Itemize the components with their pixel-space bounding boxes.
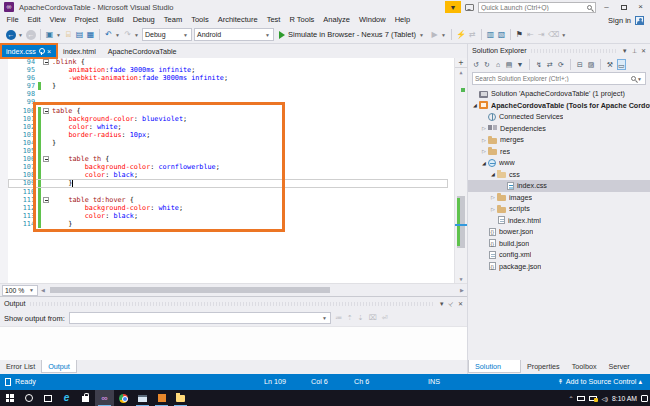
fold-margin[interactable] (41, 196, 52, 204)
code-line-105[interactable]: 105 (8, 147, 453, 155)
code-line-94[interactable]: 94.blink { (8, 58, 453, 66)
solution-platform-combo[interactable]: Android▼ (194, 28, 274, 41)
taskbar-photos-app-button[interactable] (152, 390, 171, 406)
chevron-down-icon[interactable]: ▼ (134, 32, 140, 38)
properties-icon[interactable]: ▨ (587, 59, 595, 70)
zoom-level-combo[interactable]: 100 %▼ (2, 285, 38, 296)
tree-item-scripts[interactable]: ▷scripts (468, 203, 650, 215)
menu-test[interactable]: Test (262, 14, 285, 26)
code-line-113[interactable]: 113 color: black; (8, 212, 453, 220)
tab-index.css[interactable]: index.css× (0, 44, 57, 58)
save-all-icon[interactable]: ▦ (86, 29, 95, 40)
tree-item-images[interactable]: ▷images (468, 192, 650, 204)
clear-bookmarks-icon[interactable]: ⌫ (548, 29, 559, 40)
add-to-source-control-button[interactable]: ↟Add to Source Control ▴ (558, 374, 642, 390)
collapse-region-icon[interactable] (43, 197, 49, 203)
scroll-up-arrow-icon[interactable]: ▲ (455, 69, 467, 75)
build-solution-icon[interactable]: ▧ (497, 29, 506, 40)
tray-expand-icon[interactable]: ⌃ (568, 395, 573, 402)
build-project-icon[interactable]: ▥ (486, 29, 495, 40)
code-line-111[interactable]: 111 table td:hover { (8, 196, 453, 204)
code-line-106[interactable]: 106 table th { (8, 155, 453, 163)
sync-active-document-icon[interactable]: ⇄ (468, 29, 477, 40)
fold-margin[interactable] (41, 58, 52, 66)
code-line-107[interactable]: 107 background-color: cornflowerblue; (8, 163, 453, 171)
menu-debug[interactable]: Debug (128, 14, 159, 26)
find-message-icon[interactable]: ≔ (335, 314, 342, 322)
expander-closed-icon[interactable]: ▷ (489, 194, 497, 200)
fold-margin[interactable] (41, 123, 52, 131)
prev-message-icon[interactable]: ⇡ (347, 314, 353, 322)
feedback-filter-icon[interactable]: ▼ (445, 1, 461, 13)
tree-item-dependencies[interactable]: ▷Dependencies (468, 123, 650, 135)
close-button[interactable]: × (634, 2, 647, 13)
new-project-icon[interactable]: ▣ (45, 29, 54, 40)
fold-margin[interactable] (41, 179, 52, 187)
restore-button[interactable] (617, 2, 630, 13)
expander-closed-icon[interactable]: ▷ (489, 206, 497, 212)
output-content[interactable] (0, 326, 467, 360)
menu-r-tools[interactable]: R Tools (285, 14, 319, 26)
chevron-down-icon[interactable]: ▼ (18, 32, 24, 38)
code-line-100[interactable]: 100table { (8, 107, 453, 115)
menu-project[interactable]: Project (70, 14, 102, 26)
save-icon[interactable]: ▤ (75, 29, 84, 40)
start-debugging-button[interactable]: Simulate in Browser - Nexus 7 (Tablet) ▼ (276, 28, 428, 42)
pin-icon[interactable]: ⊥ (632, 47, 637, 54)
collapse-region-icon[interactable] (43, 156, 49, 162)
expander-closed-icon[interactable]: ▷ (480, 125, 488, 131)
chevron-down-icon[interactable]: ▼ (56, 32, 62, 38)
caret-icon[interactable]: ▼ (516, 59, 524, 70)
code-line-99[interactable]: 99 (8, 98, 453, 106)
fold-margin[interactable] (41, 107, 52, 115)
tab-solution-explorer[interactable]: Solution Explorer (468, 360, 521, 373)
quick-launch-input[interactable] (481, 4, 587, 11)
code-line-114[interactable]: 114 } (8, 220, 453, 228)
open-file-icon[interactable]: ⌸ (64, 29, 73, 40)
forward-icon[interactable]: ↻ (483, 59, 491, 70)
tree-item-apachecordovatable-tools-for-apache-cordova-[interactable]: ◢ApacheCordovaTable (Tools for Apache Co… (468, 100, 650, 112)
tab-server-explorer[interactable]: Server Explorer (602, 360, 650, 373)
menu-window[interactable]: Window (355, 14, 391, 26)
expander-open-icon[interactable]: ◢ (480, 160, 488, 166)
next-message-icon[interactable]: ⇣ (358, 314, 364, 322)
next-bookmark-icon[interactable]: ⇥ (537, 29, 546, 40)
tree-item-css[interactable]: ◢css (468, 169, 650, 181)
tab-error-list[interactable]: Error List (0, 360, 41, 373)
taskbar-start-button[interactable] (0, 390, 19, 406)
code-line-103[interactable]: 103 border-radius: 10px; (8, 131, 453, 139)
solution-explorer-header[interactable]: Solution Explorer ▼ ⊥ ✕ (468, 44, 650, 57)
code-line-101[interactable]: 101 background-color: blueviolet; (8, 115, 453, 123)
taskbar-edge-button[interactable]: e (57, 390, 76, 406)
editor-horizontal-scrollbar[interactable] (48, 286, 457, 295)
undo-icon[interactable]: ↶ (104, 29, 113, 40)
collapse-region-icon[interactable] (43, 108, 49, 114)
clear-all-icon[interactable]: ⌧ (369, 314, 377, 322)
taskbar-task-view-button[interactable] (38, 390, 57, 406)
tree-item-connected-services[interactable]: Connected Services (468, 111, 650, 123)
expander-open-icon[interactable]: ◢ (471, 102, 479, 108)
tree-item-package-json[interactable]: package.json (468, 261, 650, 273)
code-line-97[interactable]: 97} (8, 82, 453, 90)
fold-margin[interactable] (41, 139, 52, 147)
nav-forward-icon[interactable]: ← (26, 30, 36, 40)
fold-margin[interactable] (41, 131, 52, 139)
chevron-down-icon[interactable]: ▼ (441, 32, 447, 38)
redo-icon[interactable]: ↷ (123, 29, 132, 40)
code-line-98[interactable]: 98 (8, 90, 453, 98)
tree-item-www[interactable]: ◢www (468, 157, 650, 169)
tree-item-index-css[interactable]: index.css (468, 180, 650, 192)
taskbar-chrome-button[interactable] (114, 390, 133, 406)
menu-tools[interactable]: Tools (187, 14, 214, 26)
code-line-109[interactable]: 109 } (8, 179, 448, 187)
sign-in-avatar-icon[interactable] (635, 16, 644, 25)
menu-team[interactable]: Team (159, 14, 186, 26)
collapse-region-icon[interactable] (43, 59, 49, 65)
taskbar-file-explorer-button[interactable] (171, 390, 190, 406)
editor-vertical-scrollbar[interactable]: + ▲ ▼ (454, 58, 467, 283)
home-icon[interactable]: ⌂ (494, 59, 502, 70)
split-window-handle[interactable]: + (455, 58, 467, 68)
fold-margin[interactable] (41, 98, 52, 106)
pending-changes-filter-icon[interactable]: ↯ (535, 59, 543, 70)
fold-margin[interactable] (41, 66, 52, 74)
